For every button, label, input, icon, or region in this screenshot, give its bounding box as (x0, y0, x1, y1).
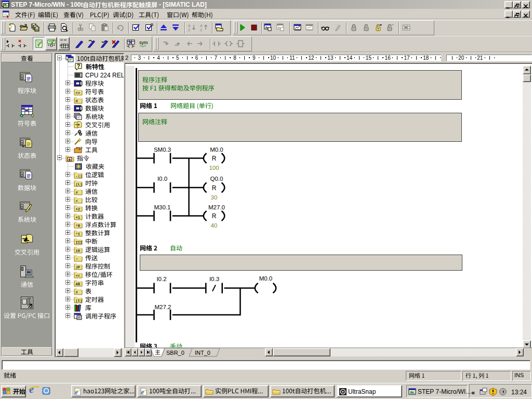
svg-text:(L): (L) (76, 182, 83, 187)
svg-text:I0.2: I0.2 (156, 276, 166, 282)
svg-text:M27.0: M27.0 (208, 204, 225, 210)
svg-text:18: 18 (423, 55, 429, 61)
svg-text:-||: -|| (76, 174, 83, 178)
svg-text:M30.1: M30.1 (154, 204, 171, 210)
svg-text:R: R (212, 212, 217, 220)
svg-text:#: # (76, 191, 78, 195)
svg-text:<: < (76, 199, 78, 203)
svg-text:10: 10 (76, 249, 80, 253)
svg-text:I0.3: I0.3 (209, 276, 219, 282)
svg-text:20: 20 (458, 55, 464, 61)
svg-text:+2: +2 (76, 207, 80, 211)
svg-text:T: T (377, 28, 379, 31)
svg-text:e: e (141, 388, 144, 396)
svg-text:14: 14 (347, 55, 353, 61)
svg-text:17: 17 (404, 55, 410, 61)
svg-text:M0.0: M0.0 (210, 147, 223, 153)
svg-text:AB: AB (76, 282, 81, 286)
svg-text:<<: << (76, 274, 80, 278)
svg-text:13: 13 (327, 55, 334, 61)
svg-text:10: 10 (270, 55, 276, 61)
svg-text:+1: +1 (76, 216, 80, 220)
svg-text:*R: *R (76, 224, 81, 228)
svg-text:30: 30 (211, 194, 218, 201)
svg-text:8: 8 (21, 205, 23, 208)
svg-text:7: 7 (215, 55, 218, 61)
svg-text:sym: sym (139, 40, 148, 45)
svg-text:9: 9 (252, 55, 256, 61)
svg-text:8: 8 (21, 173, 23, 176)
svg-text:40: 40 (211, 222, 218, 229)
svg-text:100: 100 (209, 165, 219, 171)
svg-text:3: 3 (138, 55, 141, 61)
svg-text:?: ? (77, 63, 80, 69)
svg-text:11: 11 (289, 55, 295, 61)
svg-text:8: 8 (21, 141, 23, 144)
svg-text:SM0.3: SM0.3 (154, 147, 171, 153)
svg-text:I0.0: I0.0 (157, 176, 167, 182)
svg-text:16: 16 (385, 55, 391, 61)
svg-text:4: 4 (157, 55, 160, 61)
svg-text:~: ~ (76, 257, 78, 261)
svg-text:R: R (212, 184, 217, 192)
svg-text:(t): (t) (76, 299, 83, 303)
svg-text:Q0.0: Q0.0 (210, 176, 223, 182)
svg-text:III: III (76, 241, 83, 245)
svg-text:21: 21 (477, 55, 483, 61)
svg-text:5: 5 (176, 55, 179, 61)
svg-text:M0.0: M0.0 (259, 275, 273, 282)
svg-text:8: 8 (233, 55, 236, 61)
svg-text:<=: <= (76, 91, 80, 95)
svg-text:8: 8 (21, 76, 23, 79)
svg-text:*I: *I (76, 232, 80, 236)
svg-text:12: 12 (309, 55, 315, 61)
svg-text:6: 6 (195, 55, 198, 61)
svg-text:JP: JP (76, 265, 80, 270)
svg-text:e: e (75, 388, 78, 396)
svg-text:R: R (212, 155, 217, 162)
svg-text:#: # (76, 290, 78, 295)
svg-text:15: 15 (366, 55, 372, 61)
svg-text:O: O (76, 99, 78, 103)
svg-text:M27.2: M27.2 (155, 304, 171, 310)
